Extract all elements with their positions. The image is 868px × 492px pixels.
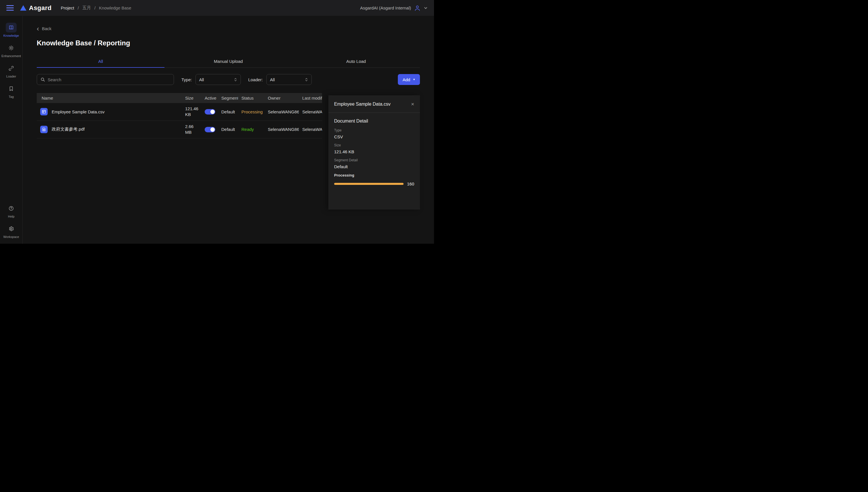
tab-auto-load[interactable]: Auto Load	[292, 55, 420, 68]
table-row[interactable]: 政府文書參考.pdf 2.66 MB Default Ready SelenaW…	[37, 121, 322, 138]
progress-bar	[334, 183, 403, 185]
menu-icon[interactable]	[6, 5, 14, 10]
loader-select-value: All	[270, 77, 275, 82]
sidebar-item-label: Workspace	[3, 235, 19, 239]
sidebar-item-workspace[interactable]: Workspace	[3, 224, 19, 239]
sidebar-item-knowledge[interactable]: Knowledge	[3, 23, 19, 37]
main-content: ‹ Back Knowledge Base / Reporting All Ma…	[23, 16, 434, 244]
account-label: AsgardAI (Asgard Internal)	[360, 5, 411, 10]
type-select[interactable]: All	[196, 74, 241, 85]
table-row[interactable]: Employee Sample Data.csv 121.46 KB Defau…	[37, 103, 322, 121]
app-window: Asgard Project / 五月 / Knowledge Base Asg…	[0, 0, 434, 244]
column-header-active: Active	[201, 93, 218, 103]
active-toggle[interactable]	[205, 109, 215, 115]
document-last-modified-by: SelenaWANG86	[299, 103, 322, 121]
add-button-label: Add	[402, 77, 410, 82]
add-button[interactable]: Add ▼	[398, 74, 420, 85]
top-navbar: Asgard Project / 五月 / Knowledge Base Asg…	[0, 0, 434, 16]
search-box	[37, 74, 174, 85]
book-icon	[6, 23, 17, 32]
progress-value: 160	[407, 181, 414, 186]
sun-icon	[6, 43, 17, 53]
document-segment: Default	[218, 121, 238, 138]
sidebar-item-label: Tag	[8, 95, 14, 98]
loader-select[interactable]: All	[266, 74, 312, 85]
sidebar-item-label: Enhancement	[1, 54, 21, 58]
detail-field-segment: Segment Detail Default	[334, 158, 414, 169]
back-button[interactable]: ‹ Back	[37, 26, 51, 31]
status-badge: Processing	[238, 103, 264, 121]
document-name: 政府文書參考.pdf	[52, 127, 85, 132]
tab-bar: All Manual Upload Auto Load	[37, 55, 420, 68]
sidebar-item-tag[interactable]: Tag	[6, 84, 17, 98]
document-name: Employee Sample Data.csv	[52, 109, 104, 114]
document-segment: Default	[218, 103, 238, 121]
question-circle-icon	[6, 203, 17, 213]
sidebar-item-label: Help	[8, 215, 15, 218]
back-label: Back	[42, 26, 51, 31]
user-icon	[414, 5, 421, 11]
active-toggle[interactable]	[205, 127, 215, 132]
sidebar-item-loader[interactable]: Loader	[6, 64, 17, 78]
back-chevron-icon: ‹	[37, 27, 39, 31]
account-area[interactable]: AsgardAI (Asgard Internal)	[360, 5, 428, 11]
type-select-value: All	[199, 77, 204, 82]
status-badge: Ready	[238, 121, 264, 138]
chevron-down-icon[interactable]	[424, 6, 428, 10]
add-caret-icon: ▼	[413, 78, 415, 81]
select-arrows-icon	[234, 77, 237, 82]
breadcrumb-month[interactable]: 五月	[82, 5, 91, 10]
column-header-name: Name	[37, 93, 182, 103]
breadcrumb-project[interactable]: Project	[61, 5, 74, 10]
detail-field-type: Type CSV	[334, 128, 414, 139]
close-icon[interactable]: ×	[411, 102, 414, 106]
progress-bar-fill	[334, 183, 403, 185]
documents-table-container: Name Size Active Segment Status Owner La…	[37, 93, 322, 138]
gear-icon	[6, 224, 17, 233]
field-value: Default	[334, 164, 414, 169]
csv-file-icon	[40, 108, 48, 115]
column-header-size: Size	[182, 93, 201, 103]
detail-section-title: Document Detail	[334, 119, 414, 124]
logo[interactable]: Asgard	[20, 4, 52, 12]
search-icon	[41, 77, 45, 82]
breadcrumb: Project / 五月 / Knowledge Base	[61, 5, 131, 10]
document-last-modified-by: SelenaWANG86	[299, 121, 322, 138]
detail-panel-title: Employee Sample Data.csv	[334, 102, 391, 107]
link-icon	[6, 64, 17, 73]
document-size: 2.66 MB	[182, 121, 201, 138]
field-label: Size	[334, 143, 414, 147]
processing-label: Processing	[334, 173, 414, 177]
logo-triangle-icon	[20, 5, 26, 10]
filter-bar: Type: All Loader: All Add ▼	[37, 74, 420, 85]
select-arrows-icon	[305, 77, 308, 82]
document-size: 121.46 KB	[182, 103, 201, 121]
search-input[interactable]	[48, 77, 170, 82]
sidebar-item-label: Loader	[6, 75, 16, 78]
loader-filter-label: Loader:	[248, 77, 263, 82]
breadcrumb-separator: /	[94, 5, 96, 10]
document-owner: SelenaWANG86	[264, 103, 299, 121]
sidebar: Knowledge Enhancement Loader Tag Help	[0, 16, 23, 244]
column-header-last-modified: Last modified by	[299, 93, 322, 103]
tab-manual-upload[interactable]: Manual Upload	[165, 55, 292, 68]
column-header-segment: Segment	[218, 93, 238, 103]
table-header-row: Name Size Active Segment Status Owner La…	[37, 93, 322, 103]
document-detail-panel: Employee Sample Data.csv × Document Deta…	[328, 95, 420, 210]
pdf-file-icon	[40, 126, 48, 133]
tab-all[interactable]: All	[37, 55, 165, 68]
detail-panel-header: Employee Sample Data.csv ×	[328, 95, 420, 113]
logo-text: Asgard	[29, 4, 52, 12]
bookmark-icon	[6, 84, 17, 94]
documents-table: Name Size Active Segment Status Owner La…	[37, 93, 322, 138]
processing-progress: 160	[334, 181, 414, 186]
detail-panel-body: Document Detail Type CSV Size 121.46 KB …	[328, 113, 420, 192]
document-owner: SelenaWANG86	[264, 121, 299, 138]
detail-field-size: Size 121.46 KB	[334, 143, 414, 154]
sidebar-item-help[interactable]: Help	[6, 203, 17, 218]
field-value: CSV	[334, 134, 414, 139]
field-value: 121.46 KB	[334, 149, 414, 154]
sidebar-item-enhancement[interactable]: Enhancement	[1, 43, 21, 58]
column-header-owner: Owner	[264, 93, 299, 103]
breadcrumb-separator: /	[77, 5, 79, 10]
